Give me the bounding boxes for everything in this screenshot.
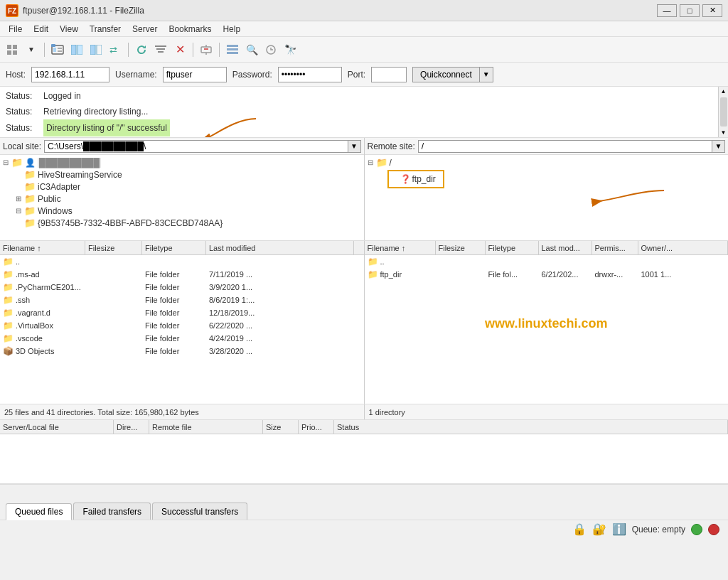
toolbar-btn-filter[interactable] [151, 41, 170, 59]
remote-col-filesize[interactable]: Filesize [436, 241, 486, 254]
local-col-filetype[interactable]: Filetype [142, 241, 206, 254]
menu-item-view[interactable]: View [54, 23, 84, 36]
menu-item-help[interactable]: Help [217, 23, 246, 36]
remote-col-filename[interactable]: Filename ↑ [365, 241, 436, 254]
local-file-row-3dobjects[interactable]: 📦 3D Objects File folder 3/28/2020 ... [0, 345, 364, 358]
minimize-button[interactable]: — [657, 4, 677, 17]
maximize-button[interactable]: □ [680, 4, 700, 17]
remote-col-owner[interactable]: Owner/... [638, 241, 729, 254]
toolbar-btn-queue-list[interactable] [223, 41, 242, 59]
folder-icon: 📁 [3, 257, 14, 267]
transfer-col-server[interactable]: Server/Local file [0, 420, 114, 434]
local-panel: Local site: ▼ ⊟ 📁 👤 ██████████ 📁 HiveStr… [0, 138, 365, 240]
title-bar-left: FZ ftpuser@192.168.1.11 - FileZilla [6, 4, 144, 17]
remote-col-filetype[interactable]: Filetype [486, 241, 539, 254]
menu-item-transfer[interactable]: Transfer [84, 23, 127, 36]
local-file-row-msad[interactable]: 📁 .ms-ad File folder 7/11/2019 ... [0, 268, 364, 281]
user-folder-icon: 📁 [11, 157, 23, 168]
toolbar-btn-grid[interactable] [3, 41, 21, 59]
local-file-row-vagrant[interactable]: 📁 .vagrant.d File folder 12/18/2019... [0, 306, 364, 319]
tab-queued[interactable]: Queued files [6, 503, 72, 520]
local-file-row-dotdot[interactable]: 📁 .. [0, 255, 364, 268]
main-area: Local site: ▼ ⊟ 📁 👤 ██████████ 📁 HiveStr… [0, 138, 728, 241]
close-button[interactable]: ✕ [702, 4, 722, 17]
remote-file-list: Filename ↑ Filesize Filetype Last mod...… [365, 241, 729, 404]
tree-item-user[interactable]: ⊟ 📁 👤 ██████████ [1, 156, 363, 168]
svg-rect-5 [13, 50, 17, 55]
tree-item-ftpdir[interactable]: ❓ ftp_dir [392, 173, 437, 185]
local-file-row-pycharm[interactable]: 📁 .PyCharmCE201... File folder 3/9/2020 … [0, 281, 364, 294]
tab-successful[interactable]: Successful transfers [152, 503, 247, 520]
user-icon: 👤 [25, 158, 36, 168]
file-list-area: Filename ↑ Filesize Filetype Last modifi… [0, 241, 728, 404]
watermark: www.linuxtechi.com [365, 309, 729, 338]
local-col-filename[interactable]: Filename ↑ [0, 241, 85, 254]
remote-path-input[interactable] [418, 140, 712, 153]
toolbar-btn-cancel[interactable]: ✕ [171, 41, 189, 59]
status-green [691, 524, 702, 535]
svg-text:FZ: FZ [8, 7, 16, 15]
local-file-row-virtualbox[interactable]: 📁 .VirtualBox File folder 6/22/2020 ... [0, 319, 364, 332]
transfer-col-prio[interactable]: Prio... [299, 420, 334, 434]
menu-item-server[interactable]: Server [127, 23, 163, 36]
local-file-body[interactable]: 📁 .. 📁 .ms-ad File folder 7/11/2019 ... [0, 255, 364, 404]
toolbar-btn-search[interactable]: 🔍 [242, 41, 261, 59]
local-col-filesize[interactable]: Filesize [85, 241, 142, 254]
scroll-up[interactable]: ▲ [719, 87, 728, 96]
local-col-lastmod[interactable]: Last modified [206, 241, 354, 254]
local-file-row-vscode[interactable]: 📁 .vscode File folder 4/24/2019 ... [0, 332, 364, 345]
menu-item-file[interactable]: File [3, 23, 28, 36]
local-file-header: Filename ↑ Filesize Filetype Last modifi… [0, 241, 364, 255]
tree-item-root[interactable]: ⊟ 📁 / [366, 156, 727, 168]
local-path-dropdown[interactable]: ▼ [348, 140, 361, 153]
toolbar-btn-view2[interactable] [87, 41, 105, 59]
local-file-row-ssh[interactable]: 📁 .ssh File folder 8/6/2019 1:... [0, 294, 364, 306]
transfer-col-status[interactable]: Status [334, 420, 728, 434]
toolbar-btn-arrow[interactable]: ▼ [22, 41, 41, 59]
folder-icon: 📁 [368, 257, 378, 267]
svg-rect-13 [90, 45, 95, 55]
toolbar-btn-binoculars[interactable]: 🔭 [281, 41, 299, 59]
toolbar-btn-refresh[interactable] [132, 41, 151, 59]
scroll-down[interactable]: ▼ [719, 128, 728, 137]
toolbar-btn-sitemanager[interactable] [48, 41, 67, 59]
quickconnect-dropdown[interactable]: ▼ [480, 67, 493, 82]
tree-item-hive[interactable]: 📁 HiveStreamingService [1, 168, 363, 181]
host-input[interactable] [31, 67, 109, 82]
tree-item-windows[interactable]: ⊟ 📁 Windows [1, 205, 363, 217]
menu-item-edit[interactable]: Edit [28, 23, 54, 36]
tree-item-public[interactable]: ⊞ 📁 Public [1, 193, 363, 205]
transfer-col-size[interactable]: Size [263, 420, 299, 434]
quickconnect-button[interactable]: Quickconnect [412, 67, 480, 82]
toolbar-btn-history[interactable] [262, 41, 280, 59]
remote-path-dropdown[interactable]: ▼ [712, 140, 725, 153]
svg-rect-8 [58, 48, 62, 49]
remote-file-body[interactable]: 📁 .. 📁 ftp_dir File fol... 6/21/202... d… [365, 255, 729, 404]
toolbar-btn-sync[interactable]: ⇄ [106, 41, 124, 59]
status-text-1: Logged in [43, 88, 81, 104]
port-input[interactable] [371, 67, 407, 82]
remote-col-lastmod[interactable]: Last mod... [539, 241, 592, 254]
local-file-info: 25 files and 41 directories. Total size:… [0, 404, 365, 419]
tree-item-ic3[interactable]: 📁 iC3Adapter [1, 181, 363, 193]
special-folder-icon: 📦 [3, 346, 14, 356]
folder-icon-root: 📁 [376, 157, 387, 168]
local-tree[interactable]: ⊟ 📁 👤 ██████████ 📁 HiveStreamingService … [0, 155, 364, 240]
username-input[interactable] [163, 67, 227, 82]
tab-failed[interactable]: Failed transfers [73, 503, 151, 520]
toolbar-btn-disconnect[interactable] [197, 41, 215, 59]
toolbar-btn-view1[interactable] [68, 41, 86, 59]
remote-tree[interactable]: ⊟ 📁 / ❓ ftp_dir [365, 155, 729, 240]
status-red [708, 524, 719, 535]
port-label: Port: [348, 70, 365, 80]
remote-col-permissions[interactable]: Permis... [592, 241, 638, 254]
svg-rect-4 [7, 50, 11, 55]
transfer-col-remote[interactable]: Remote file [149, 420, 263, 434]
password-input[interactable] [278, 67, 342, 82]
remote-file-row-ftpdir[interactable]: 📁 ftp_dir File fol... 6/21/202... drwxr-… [365, 268, 729, 281]
transfer-col-dir[interactable]: Dire... [114, 420, 149, 434]
local-path-input[interactable] [44, 140, 348, 153]
remote-file-row-dotdot[interactable]: 📁 .. [365, 255, 729, 268]
menu-item-bookmarks[interactable]: Bookmarks [163, 23, 217, 36]
tree-item-guid[interactable]: 📁 {9B53745B-7332-4BBF-ABFD-83CECBD748AA} [1, 217, 363, 229]
